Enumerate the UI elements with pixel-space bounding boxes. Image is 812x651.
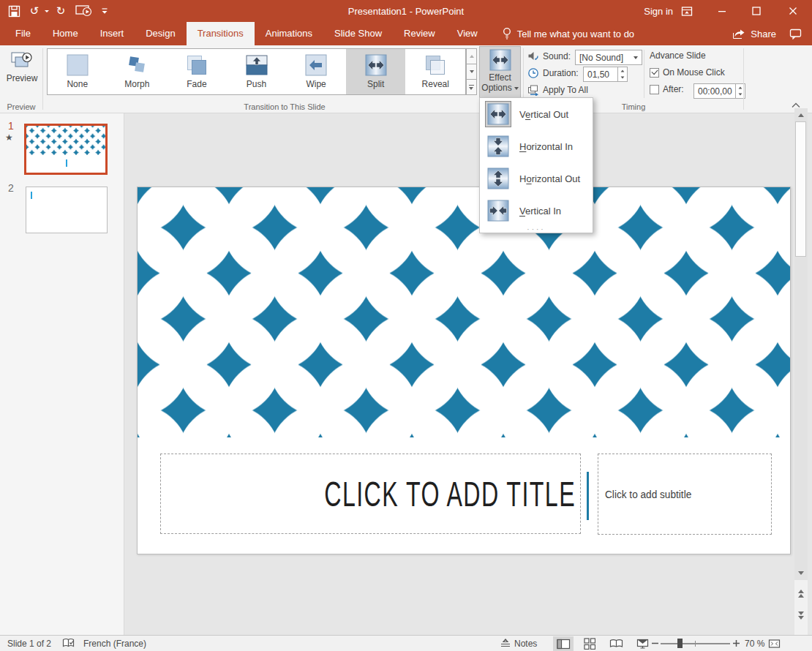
duration-row: Duration:	[527, 67, 579, 79]
transition-label: Morph	[108, 79, 168, 89]
apply-to-all-button[interactable]: Apply To All	[527, 84, 588, 96]
group-separator	[42, 48, 43, 110]
spin-down-icon	[739, 94, 743, 96]
clock-icon	[527, 67, 539, 79]
spellcheck-button[interactable]	[62, 636, 75, 651]
sound-value: [No Sound]	[579, 53, 623, 63]
morph-transition-icon	[126, 54, 148, 76]
slideshow-view-icon	[636, 639, 649, 649]
zoom-level[interactable]: 70 %	[745, 636, 764, 651]
down-arrow-icon	[470, 70, 474, 73]
advance-slide-label: Advance Slide	[650, 50, 706, 61]
after-time-stepper[interactable]	[736, 83, 745, 99]
sound-label: Sound:	[543, 51, 571, 61]
subtitle-placeholder[interactable]: Click to add subtitle	[598, 454, 772, 535]
text-cursor	[31, 192, 32, 199]
title-placeholder[interactable]: CLICK TO ADD TITLE	[160, 454, 581, 534]
tab-design[interactable]: Design	[135, 22, 186, 45]
reading-view-button[interactable]	[606, 636, 626, 651]
menu-item-vertical-out[interactable]: Vertical Out	[480, 98, 593, 130]
gallery-scroll-up-button[interactable]	[466, 48, 477, 64]
ribbon-tabs: FileHomeInsertDesignTransitionsAnimation…	[4, 22, 489, 45]
previous-slide-button[interactable]	[794, 587, 808, 600]
next-slide-button[interactable]	[794, 609, 808, 622]
minimize-button[interactable]	[707, 0, 737, 22]
menu-item-horizontal-in[interactable]: Horizontal In	[480, 130, 593, 162]
preview-button[interactable]: Preview	[4, 48, 40, 98]
ribbon-display-options-button[interactable]	[672, 0, 702, 22]
comments-button[interactable]	[789, 29, 802, 39]
zoom-slider-tick	[695, 641, 696, 647]
effect-options-button[interactable]: Effect Options	[479, 46, 521, 99]
more-arrow-icon	[469, 87, 473, 90]
tab-slide-show[interactable]: Slide Show	[323, 22, 393, 45]
preview-group-label: Preview	[0, 102, 42, 111]
transition-label: Fade	[167, 79, 227, 89]
maximize-icon	[751, 6, 762, 16]
language-indicator[interactable]: French (France)	[83, 636, 146, 651]
transition-split[interactable]: Split	[346, 49, 406, 94]
tab-home[interactable]: Home	[42, 22, 89, 45]
sign-in-link[interactable]: Sign in	[644, 6, 673, 17]
title-bar: ↺ ↻ Presentation1 - PowerPoint Sign in	[0, 0, 812, 22]
slide-2-thumbnail[interactable]	[26, 187, 108, 233]
tab-file[interactable]: File	[4, 22, 42, 45]
after-checkbox[interactable]: After:	[650, 84, 684, 94]
on-mouse-click-checkbox[interactable]: On Mouse Click	[650, 67, 725, 78]
normal-view-button[interactable]	[553, 636, 574, 651]
menu-item-vertical-in[interactable]: Vertical In	[480, 195, 593, 227]
menu-resize-grip[interactable]: ····	[480, 227, 593, 233]
tab-transitions[interactable]: Transitions	[187, 22, 255, 45]
transition-star-icon[interactable]: ★	[5, 132, 13, 143]
zoom-in-button[interactable]	[732, 636, 740, 651]
tell-me-box[interactable]: Tell me what you want to do	[502, 22, 634, 45]
transition-gallery: NoneMorphFadePushWipeSplitReveal	[47, 48, 466, 95]
tab-insert[interactable]: Insert	[89, 22, 135, 45]
title-placeholder-text: CLICK TO ADD TITLE	[324, 473, 576, 514]
down-arrow-icon	[798, 571, 804, 575]
checkbox-icon	[650, 68, 659, 78]
fade-transition-icon	[186, 54, 208, 76]
slide-editing-area[interactable]: CLICK TO ADD TITLE Click to add subtitle	[137, 187, 791, 554]
zoom-slider-thumb[interactable]	[677, 639, 683, 648]
text-cursor	[66, 159, 67, 167]
slide-counter[interactable]: Slide 1 of 2	[7, 636, 51, 651]
transition-morph[interactable]: Morph	[108, 49, 168, 94]
tab-view[interactable]: View	[446, 22, 489, 45]
share-button[interactable]: Share	[732, 29, 776, 39]
scroll-down-button[interactable]	[794, 567, 808, 579]
group-separator	[743, 48, 744, 110]
after-time-input[interactable]: 00:00,00	[693, 83, 736, 99]
slideshow-view-button[interactable]	[632, 636, 653, 651]
notes-label: Notes	[514, 639, 537, 649]
slide-thumbnail-panel: 1 ★ 2	[0, 113, 124, 635]
maximize-button[interactable]	[741, 0, 772, 22]
scroll-up-button[interactable]	[794, 109, 808, 121]
duration-input[interactable]: 01,50	[583, 67, 618, 82]
tab-review[interactable]: Review	[393, 22, 446, 45]
transition-reveal[interactable]: Reveal	[405, 49, 465, 94]
fit-to-window-button[interactable]	[768, 636, 781, 651]
after-label: After:	[663, 84, 684, 94]
gallery-more-button[interactable]	[466, 80, 477, 95]
tab-animations[interactable]: Animations	[255, 22, 323, 45]
ribbon-tab-row: FileHomeInsertDesignTransitionsAnimation…	[0, 22, 812, 45]
gallery-scroll-down-button[interactable]	[466, 64, 477, 80]
notes-button[interactable]: Notes	[500, 636, 537, 651]
slide-sorter-view-button[interactable]	[579, 636, 600, 651]
double-down-icon	[798, 612, 804, 615]
sound-select[interactable]: [No Sound]	[575, 50, 642, 65]
transition-fade[interactable]: Fade	[167, 49, 227, 94]
zoom-out-button[interactable]	[651, 636, 659, 651]
sound-row: Sound:	[527, 50, 571, 62]
transition-wipe[interactable]: Wipe	[286, 49, 346, 94]
close-button[interactable]	[778, 0, 808, 22]
transition-none[interactable]: None	[48, 49, 108, 94]
menu-item-horizontal-out[interactable]: Horizontal Out	[480, 162, 593, 195]
reading-view-icon	[609, 639, 623, 649]
slide-1-thumbnail[interactable]	[24, 124, 108, 175]
transition-push[interactable]: Push	[227, 49, 287, 94]
apply-to-all-icon	[527, 84, 539, 96]
duration-stepper[interactable]	[618, 67, 628, 82]
scrollbar-thumb[interactable]	[795, 121, 806, 257]
